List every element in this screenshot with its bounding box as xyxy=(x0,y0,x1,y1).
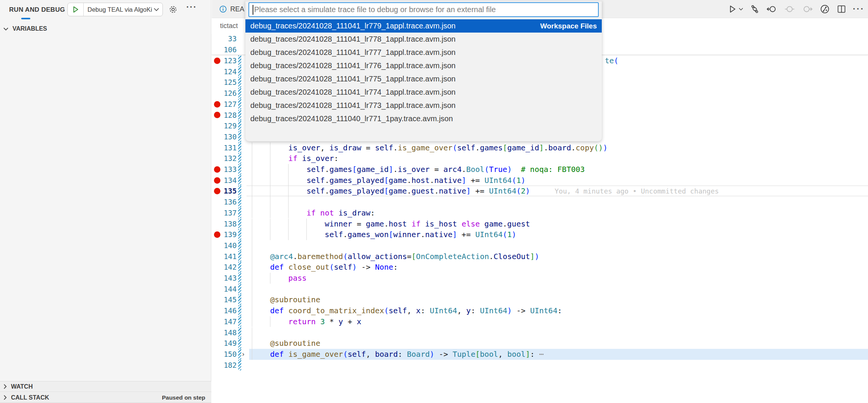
line-number[interactable]: 130 xyxy=(212,131,237,142)
code-line-136[interactable]: 136 xyxy=(212,197,868,208)
quickpick-item[interactable]: debug_traces/20241028_111040_lr771_1pay.… xyxy=(245,112,602,125)
code-token: += xyxy=(471,186,489,195)
quickpick-item[interactable]: debug_traces/20241028_111041_lr776_1appl… xyxy=(245,59,602,72)
debug-settings-button[interactable] xyxy=(168,5,178,14)
line-number[interactable]: 131 xyxy=(212,142,237,153)
line-number[interactable]: 135 xyxy=(212,186,237,197)
line-number[interactable]: 144 xyxy=(212,284,237,295)
indent-guide xyxy=(270,197,270,208)
quickpick-item[interactable]: debug_traces/20241028_111041_lr774_1appl… xyxy=(245,86,602,99)
sidebar-section-call-stack[interactable]: CALL STACK Paused on step xyxy=(0,392,211,403)
sidebar-section-watch[interactable]: WATCH xyxy=(0,381,211,392)
code-line-135[interactable]: 135self.games_played[game.guest.native] … xyxy=(212,186,868,197)
line-number[interactable]: 123 xyxy=(212,55,237,66)
line-number[interactable]: 148 xyxy=(212,327,237,338)
quickpick-item-label: debug_traces/20241028_111041_lr775_1appl… xyxy=(250,75,456,83)
line-number[interactable]: 125 xyxy=(212,77,237,88)
code-line-131[interactable]: 131is_over, is_draw = self.is_game_over(… xyxy=(212,142,868,153)
code-token: baremethod xyxy=(298,252,343,261)
line-number[interactable]: 150 xyxy=(212,349,237,360)
indent-guide xyxy=(252,197,252,208)
code-line-138[interactable]: 138winner = game.host if is_host else ga… xyxy=(212,219,868,230)
code-line-139[interactable]: 139self.games_won[winner.native] += UInt… xyxy=(212,229,868,240)
line-number[interactable]: 33 xyxy=(212,33,237,44)
line-number[interactable]: 132 xyxy=(212,153,237,164)
line-number[interactable]: 143 xyxy=(212,273,237,284)
code-line-150[interactable]: 150›def is_game_over(self, board: Board)… xyxy=(212,349,868,360)
code-token: bool xyxy=(507,350,526,359)
sidebar-section-variables[interactable]: VARIABLES xyxy=(0,23,211,35)
quickpick-item[interactable]: debug_traces/20241028_111041_lr773_1appl… xyxy=(245,99,602,112)
code-line-148[interactable]: 148 xyxy=(212,327,868,338)
line-number[interactable]: 106 xyxy=(212,44,237,55)
quickpick-item[interactable]: debug_traces/20241028_111041_lr777_1appl… xyxy=(245,46,602,59)
line-number[interactable]: 126 xyxy=(212,88,237,99)
line-number[interactable]: 127 xyxy=(212,99,237,110)
code-line-149[interactable]: 149@subroutine xyxy=(212,338,868,349)
start-debug-button[interactable] xyxy=(68,3,84,16)
more-actions-icon[interactable]: ··· xyxy=(853,4,866,14)
line-number[interactable]: 128 xyxy=(212,110,237,121)
current-transaction-button[interactable] xyxy=(784,4,795,14)
line-number[interactable]: 137 xyxy=(212,208,237,219)
code-line-140[interactable]: 140 xyxy=(212,240,868,251)
debug-config-picker[interactable]: Debug TEAL via AlgoKi xyxy=(67,3,163,16)
quickpick-item[interactable]: debug_traces/20241028_111041_lr775_1appl… xyxy=(245,72,602,86)
code-line-132[interactable]: 132if is_over: xyxy=(212,153,868,164)
code-token: is_over xyxy=(302,154,334,163)
line-number[interactable]: 124 xyxy=(212,66,237,77)
code-line-137[interactable]: 137if not is_draw: xyxy=(212,208,868,219)
line-number[interactable]: 136 xyxy=(212,197,237,208)
code-line-134[interactable]: 134self.games_played[game.host.native] +… xyxy=(212,175,868,186)
split-editor-button[interactable] xyxy=(837,4,846,14)
code-token: game xyxy=(484,219,503,228)
trace-swap-button[interactable] xyxy=(750,4,760,14)
breadcrumb-file-item[interactable]: tictact xyxy=(220,22,238,30)
code-token: = xyxy=(352,219,366,228)
current-transaction-icon xyxy=(784,4,795,14)
code-line-144[interactable]: 144 xyxy=(212,284,868,295)
step-back-transaction-button[interactable] xyxy=(766,4,777,14)
quickpick-input[interactable]: Please select a simulate trace file to d… xyxy=(248,2,599,17)
line-number[interactable]: 140 xyxy=(212,240,237,251)
quickpick-item[interactable]: debug_traces/20241028_111041_lr778_1appl… xyxy=(245,33,602,46)
code-token: ( xyxy=(503,230,507,239)
code-line-142[interactable]: 142def close_out(self) -> None: xyxy=(212,262,868,273)
code-token: host xyxy=(411,176,429,185)
code-line-182[interactable]: 182 xyxy=(212,360,868,371)
code-token: if xyxy=(288,154,297,163)
code-text: self.games_won[winner.native] += UInt64(… xyxy=(234,229,516,240)
line-number[interactable]: 149 xyxy=(212,338,237,349)
step-forward-transaction-button[interactable] xyxy=(802,4,813,14)
code-token: native xyxy=(434,176,462,185)
code-token: games_played xyxy=(329,186,384,195)
code-line-146[interactable]: 146def coord_to_matrix_index(self, x: UI… xyxy=(212,305,868,316)
line-number[interactable]: 141 xyxy=(212,251,237,262)
run-python-file-button[interactable] xyxy=(728,5,743,14)
code-line-147[interactable]: 147return 3 * y + x xyxy=(212,316,868,327)
tab-readme[interactable]: REA xyxy=(217,0,247,18)
line-number[interactable]: 133 xyxy=(212,164,237,175)
code-line-133[interactable]: 133self.games[game_id].is_over = arc4.Bo… xyxy=(212,164,868,175)
line-number[interactable]: 138 xyxy=(212,219,237,230)
code-line-141[interactable]: 141@arc4.baremethod(allow_actions=[OnCom… xyxy=(212,251,868,262)
line-number[interactable]: 147 xyxy=(212,316,237,327)
sidebar-more-actions-button[interactable]: ··· xyxy=(186,2,197,12)
code-line-143[interactable]: 143pass xyxy=(212,273,868,284)
code-token: : xyxy=(421,306,430,315)
quickpick-item[interactable]: debug_traces/20241028_111041_lr779_1appl… xyxy=(245,19,602,33)
line-number[interactable]: 142 xyxy=(212,262,237,273)
editor-actions-toolbar: ··· xyxy=(728,0,868,18)
line-number[interactable]: 134 xyxy=(212,175,237,186)
code-line-145[interactable]: 145@subroutine xyxy=(212,294,868,305)
line-number[interactable]: 182 xyxy=(212,360,237,371)
commit-graph-button[interactable] xyxy=(820,4,830,14)
line-number[interactable]: 129 xyxy=(212,120,237,131)
step-forward-transaction-icon xyxy=(802,4,813,14)
code-text: def coord_to_matrix_index(self, x: UInt6… xyxy=(234,305,562,316)
code-token: * xyxy=(325,317,339,326)
line-number[interactable]: 146 xyxy=(212,305,237,316)
code-token: : xyxy=(530,350,535,359)
line-number[interactable]: 139 xyxy=(212,229,237,240)
line-number[interactable]: 145 xyxy=(212,294,237,305)
